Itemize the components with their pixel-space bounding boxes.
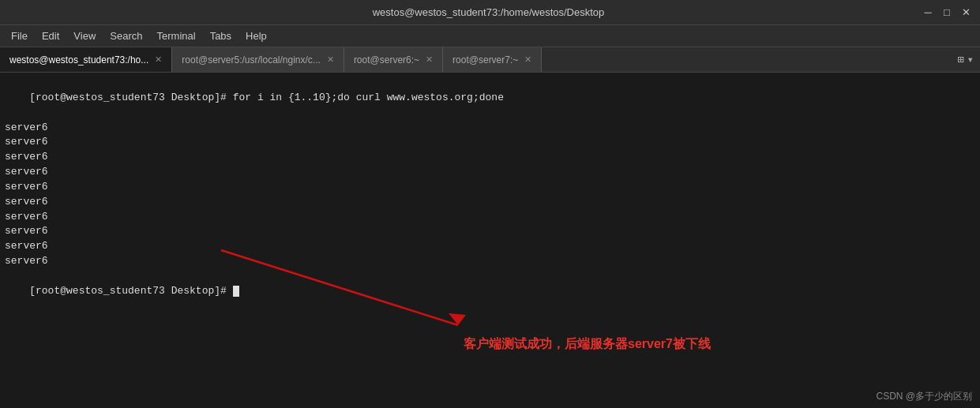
output-line-1: server6	[5, 121, 975, 136]
tab-1[interactable]: root@server5:/usr/local/nginx/c... ✕	[172, 47, 344, 72]
output-line-2: server6	[5, 135, 975, 150]
terminal-content: [root@westos_student73 Desktop]# for i i…	[0, 73, 980, 408]
window-title: westos@westos_student73:/home/westos/Des…	[55, 6, 922, 18]
menu-help[interactable]: Help	[239, 28, 273, 44]
tab-1-label: root@server5:/usr/local/nginx/c...	[182, 54, 321, 66]
menu-tabs[interactable]: Tabs	[204, 28, 238, 44]
tab-3-close[interactable]: ✕	[524, 54, 531, 65]
output-line-8: server6	[5, 224, 975, 239]
watermark: CSDN @多于少的区别	[876, 390, 972, 403]
annotation-text: 客户端测试成功，后端服务器server7被下线	[464, 336, 711, 353]
output-line-5: server6	[5, 180, 975, 195]
window-controls[interactable]: ─ □ ✕	[922, 6, 972, 18]
tab-3-label: root@server7:~	[452, 54, 518, 66]
tab-2[interactable]: root@server6:~ ✕	[344, 47, 443, 72]
new-tab-icon[interactable]: ⊞	[957, 53, 963, 66]
menu-search[interactable]: Search	[103, 28, 148, 44]
minimize-button[interactable]: ─	[922, 6, 934, 18]
tab-2-label: root@server6:~	[354, 54, 419, 66]
tab-0[interactable]: westos@westos_student73:/ho... ✕	[0, 47, 172, 72]
menu-file[interactable]: File	[5, 28, 34, 44]
title-bar: westos@westos_student73:/home/westos/Des…	[0, 0, 980, 25]
tab-bar: westos@westos_student73:/ho... ✕ root@se…	[0, 47, 980, 73]
menu-view[interactable]: View	[67, 28, 102, 44]
menu-bar: File Edit View Search Terminal Tabs Help	[0, 25, 980, 47]
terminal-cursor	[233, 286, 239, 297]
tab-menu-icon[interactable]: ▾	[967, 53, 974, 66]
tab-0-close[interactable]: ✕	[155, 54, 162, 65]
command-line: [root@westos_student73 Desktop]# for i i…	[5, 76, 975, 121]
tab-3[interactable]: root@server7:~ ✕	[443, 47, 542, 72]
tab-2-close[interactable]: ✕	[426, 54, 433, 65]
output-line-9: server6	[5, 239, 975, 254]
close-button[interactable]: ✕	[959, 6, 972, 18]
tab-1-close[interactable]: ✕	[327, 54, 334, 65]
output-line-4: server6	[5, 165, 975, 180]
output-line-10: server6	[5, 254, 975, 269]
tab-extras[interactable]: ⊞ ▾	[951, 47, 980, 72]
output-line-3: server6	[5, 150, 975, 165]
output-line-7: server6	[5, 210, 975, 225]
tab-0-label: westos@westos_student73:/ho...	[9, 54, 148, 66]
prompt-line: [root@westos_student73 Desktop]#	[5, 269, 975, 314]
output-line-6: server6	[5, 195, 975, 210]
maximize-button[interactable]: □	[941, 6, 953, 18]
menu-terminal[interactable]: Terminal	[151, 28, 202, 44]
svg-marker-1	[449, 313, 466, 325]
menu-edit[interactable]: Edit	[36, 28, 66, 44]
